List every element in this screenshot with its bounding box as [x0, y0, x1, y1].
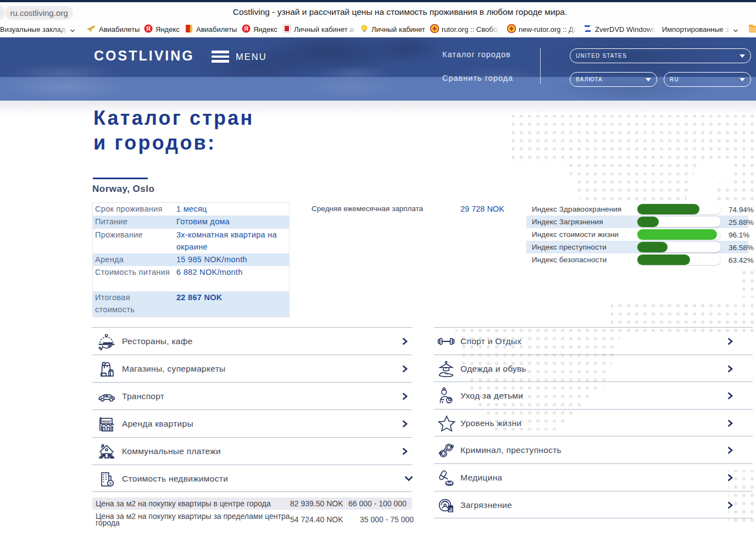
svg-text:Я: Я [146, 25, 151, 32]
svg-text:Я: Я [244, 25, 248, 32]
svg-text:RENT: RENT [102, 420, 112, 423]
